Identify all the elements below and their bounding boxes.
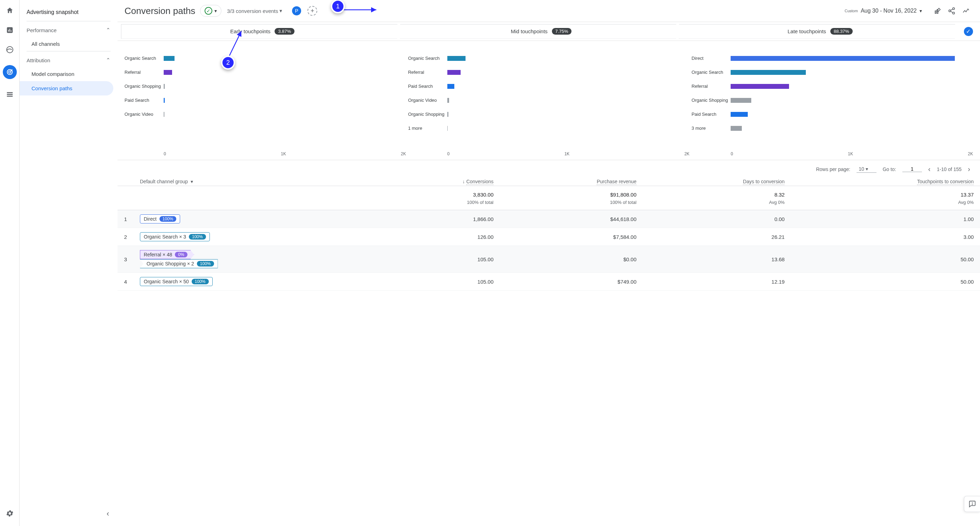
bar-row: 1 more [408,121,690,135]
bar-fill [731,70,806,75]
col-conversions[interactable]: ↓ Conversions [380,175,500,186]
next-page-icon[interactable]: › [968,165,970,173]
goto-input[interactable] [902,166,922,172]
settings-icon[interactable] [6,509,14,518]
dimension-header[interactable]: Default channel group ▾ [134,175,380,186]
page-title: Conversion paths [124,6,195,16]
cell-value: 1,866.00 [380,210,500,228]
collapse-nav-icon[interactable]: ‹ [107,509,109,518]
bar-label: 3 more [692,126,729,131]
sort-desc-icon: ↓ [462,179,465,184]
bar-fill [731,56,955,61]
table-row[interactable]: 1Direct100%1,866.00$44,618.000.001.00 [118,210,980,228]
bar-row: Organic Shopping [124,79,406,94]
bar-label: Direct [692,56,729,61]
axis-tick: 1K [281,151,286,156]
explore-icon[interactable] [6,46,14,54]
bar-row: Paid Search [408,79,690,94]
bar-fill [731,112,748,117]
tab-mid-touchpoints[interactable]: Mid touchpoints 7.75% [400,24,682,39]
chevron-up-icon: ⌃ [106,27,111,33]
chip-label: Organic Search × 50 [144,279,189,284]
row-index: 3 [118,246,134,273]
chevron-down-icon: ▾ [215,8,217,14]
axis-tick: 2K [401,151,406,156]
bar-row: Referral [692,79,973,94]
bar-fill [731,98,751,103]
bar-row: Direct [692,51,973,65]
reports-icon[interactable] [6,26,14,34]
cell-value: $0.00 [500,246,643,273]
configure-icon[interactable] [6,90,14,99]
bar-row: Paid Search [124,94,406,107]
icon-rail [0,0,19,526]
col-touchpoints[interactable]: Touchpoints to conversion [791,175,980,186]
bar-fill [447,112,449,117]
tab-early-touchpoints[interactable]: Early touchpoints 3.87% [121,24,403,39]
row-index: 4 [118,273,134,291]
bar-label: Organic Shopping [408,111,445,117]
share-icon[interactable] [948,7,956,15]
insights-icon[interactable] [962,7,970,15]
feedback-button[interactable] [964,496,980,512]
bar-label: Organic Shopping [124,84,162,89]
svg-point-13 [949,10,951,12]
prev-page-icon[interactable]: ‹ [928,165,931,173]
nav-item-model-comparison[interactable]: Model comparison [19,67,113,81]
charts-row: 2 Organic SearchReferralOrganic Shopping… [118,41,980,160]
filter-badge[interactable]: P [292,6,301,15]
tab-label: Late touchpoints [788,28,826,34]
nav-section-label: Performance [27,27,57,33]
chevron-down-icon: ▾ [191,179,193,184]
col-revenue[interactable]: Purchase revenue [500,175,643,186]
chip-pill: 100% [197,261,214,267]
bar-row: Organic Search [692,65,973,79]
chip-pill: 100% [189,234,206,240]
table-row[interactable]: 2Organic Search × 3100%126.00$7,584.0026… [118,228,980,246]
svg-point-12 [953,8,955,10]
date-range-picker[interactable]: Custom Aug 30 - Nov 16, 2022 ▾ [845,8,922,14]
bar-label: Referral [692,84,729,89]
nav-section-attribution[interactable]: Attribution ⌃ [19,51,118,67]
tab-late-touchpoints[interactable]: Late touchpoints 88.37% [679,24,961,39]
nav-section-performance[interactable]: Performance ⌃ [19,21,118,37]
axis-tick: 0 [447,151,450,156]
top-actions [934,7,970,15]
main-content: Conversion paths ✓ ▾ 3/3 conversion even… [118,0,980,526]
bar-label: Organic Shopping [692,98,729,103]
goto-label: Go to: [883,167,896,172]
conversion-paths-table: Default channel group ▾ ↓ Conversions Pu… [118,175,980,291]
axis-tick: 0 [731,151,733,156]
path-chip: Organic Search × 3100% [140,232,210,241]
cell-value: 3.00 [791,228,980,246]
table-row[interactable]: 4Organic Search × 50100%105.00$749.0012.… [118,273,980,291]
nav-item-conversion-paths[interactable]: Conversion paths [19,81,113,95]
bar-fill [164,56,175,61]
conversion-events-dropdown[interactable]: 3/3 conversion events ▾ [227,8,282,14]
axis-tick: 1K [848,151,853,156]
bar-fill [731,84,789,89]
add-filter-button[interactable]: + [307,6,317,16]
chart-early: Organic SearchReferralOrganic ShoppingPa… [124,51,406,156]
col-days[interactable]: Days to conversion [643,175,791,186]
rows-per-page-select[interactable]: 10 ▾ [856,165,876,173]
svg-point-14 [953,12,955,14]
svg-point-5 [8,71,11,73]
advertising-icon[interactable] [3,65,17,79]
nav-item-all-channels[interactable]: All channels [19,37,113,51]
bar-row: Organic Search [124,51,406,65]
cell-value: $44,618.00 [500,210,643,228]
chevron-down-icon: ▾ [920,8,922,14]
customize-report-icon[interactable] [934,7,942,15]
status-chip[interactable]: ✓ ▾ [200,5,221,17]
cell-value: 0.00 [643,210,791,228]
bar-fill [447,126,448,131]
table-row[interactable]: 3Referral × 480%Organic Shopping × 2100%… [118,246,980,273]
chip-label: Organic Shopping × 2 [146,261,194,267]
row-index: 1 [118,210,134,228]
bar-row: Referral [124,65,406,79]
home-icon[interactable] [6,6,14,15]
path-cell: Organic Search × 50100% [134,273,380,291]
svg-rect-9 [6,96,13,97]
bar-label: Paid Search [692,111,729,117]
